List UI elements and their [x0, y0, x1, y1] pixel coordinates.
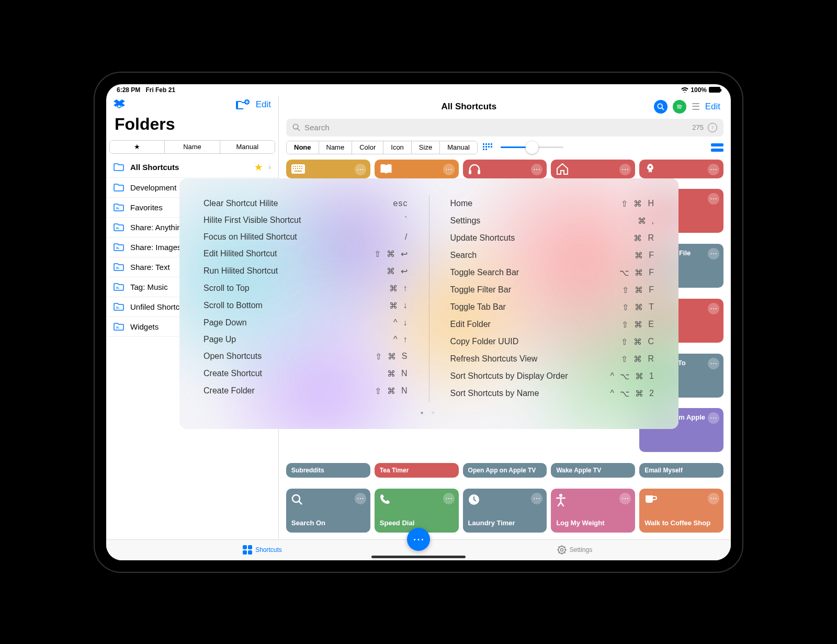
tile-label: Log My Weight	[556, 519, 630, 527]
status-time: 6:28 PM	[117, 86, 140, 94]
fab-button[interactable]: ⋯	[407, 528, 430, 551]
view-toggle-icon[interactable]	[711, 143, 723, 152]
wifi-icon	[681, 87, 688, 93]
grid-icon[interactable]	[483, 143, 493, 152]
tile-more-icon[interactable]: ⋯	[443, 164, 455, 175]
tile-more-icon[interactable]: ⋯	[619, 164, 631, 175]
folder-icon	[114, 183, 124, 191]
cup-icon	[644, 494, 718, 504]
filter-icon[interactable]: Icon	[383, 141, 412, 154]
tile-more-icon[interactable]: ⋯	[708, 303, 719, 314]
kbd-label: Edit Hilited Shortcut	[203, 249, 277, 258]
shortcut-tile[interactable]: ⋯Laundry Timer	[463, 489, 547, 533]
shortcut-tile[interactable]: ⋯	[463, 160, 547, 178]
tile-more-icon[interactable]: ⋯	[355, 493, 366, 504]
kbd-label: Page Down	[203, 318, 247, 327]
main-edit-button[interactable]: Edit	[705, 101, 720, 112]
kbd-shortcut-row: Focus on Hilited Shortcut/	[203, 229, 408, 245]
filter-none[interactable]: None	[287, 141, 319, 154]
shortcut-tile[interactable]: Wake Apple TV	[551, 463, 635, 478]
kbd-shortcut-row: Page Up^↑	[203, 331, 408, 348]
kbd-shortcut-row: Sort Shortcuts by Name^⌥⌘2	[450, 385, 655, 402]
headphones-icon	[468, 163, 481, 175]
sidebar-tab-manual[interactable]: Manual	[220, 141, 275, 153]
sidebar-tab-star[interactable]: ★	[110, 141, 165, 153]
search-button[interactable]	[654, 100, 668, 114]
kbd-shortcut-row: Edit Hilited Shortcut⇧⌘↩	[203, 245, 408, 263]
kbd-keys: ^↑	[393, 335, 408, 344]
shortcut-tile[interactable]: ⋯Speed Dial	[375, 489, 459, 533]
shortcut-tile[interactable]: Email Myself	[639, 463, 723, 478]
tile-more-icon[interactable]: ⋯	[443, 493, 455, 504]
tile-more-icon[interactable]: ⋯	[708, 164, 719, 175]
spotify-button[interactable]	[673, 100, 686, 114]
kbd-shortcut-row: Run Hilited Shortcut⌘↩	[203, 263, 408, 280]
kbd-label: Toggle Search Bar	[450, 268, 519, 277]
kbd-keys: esc	[393, 199, 408, 208]
folder-smart-icon	[114, 223, 124, 231]
battery-percent: 100%	[691, 86, 707, 94]
svg-rect-35	[243, 550, 247, 555]
kbd-keys: ⌘↑	[389, 284, 408, 293]
folder-label: Tag: Music	[130, 283, 168, 291]
svg-rect-10	[491, 146, 492, 148]
folder-label: Widgets	[130, 322, 159, 331]
kbd-keys: ⇧⌘E	[621, 320, 654, 330]
kbd-label: Edit Folder	[450, 320, 491, 329]
nav-settings[interactable]: Settings	[418, 545, 731, 555]
home-indicator[interactable]	[371, 556, 466, 558]
tile-more-icon[interactable]: ⋯	[708, 358, 719, 369]
kbd-keys: /	[405, 232, 408, 242]
kbd-shortcut-row: Refresh Shortcuts View⇧⌘R	[450, 351, 655, 368]
filter-color[interactable]: Color	[352, 141, 383, 154]
shortcut-tile[interactable]: ⋯	[375, 160, 459, 178]
filter-name[interactable]: Name	[319, 141, 353, 154]
kbd-shortcut-row: Create Shortcut⌘N	[203, 365, 408, 382]
kbd-keys: ⇧⌘T	[622, 302, 654, 312]
sidebar-edit-button[interactable]: Edit	[256, 99, 271, 110]
svg-rect-5	[488, 143, 490, 145]
shortcut-tile[interactable]: ⋯Walk to Coffee Shop	[639, 489, 723, 533]
shortcut-tile[interactable]: ⋯Search On	[286, 489, 370, 533]
kbd-keys: `	[404, 216, 408, 225]
sidebar-tab-name[interactable]: Name	[165, 141, 220, 153]
size-slider[interactable]	[501, 146, 563, 148]
kbd-label: Sort Shortcuts by Name	[450, 389, 539, 398]
shortcut-tile[interactable]: Tea Timer	[375, 463, 459, 478]
nav-shortcuts[interactable]: Shortcuts	[106, 545, 418, 555]
app-icon[interactable]	[114, 99, 125, 110]
tile-more-icon[interactable]: ⋯	[619, 493, 631, 504]
folder-all-shortcuts[interactable]: All Shortcuts ★ ›	[106, 157, 278, 178]
svg-rect-27	[469, 170, 471, 174]
new-folder-icon[interactable]	[236, 99, 250, 110]
shortcut-tile[interactable]: ⋯Log My Weight	[551, 489, 635, 533]
kbd-label: Hilite First Visible Shortcut	[203, 216, 301, 225]
scroll-top-icon[interactable]: ↑	[708, 123, 717, 132]
shortcut-tile[interactable]: Open App on Apple TV	[463, 463, 547, 478]
shortcut-tile[interactable]: ⋯	[639, 160, 723, 178]
status-bar: 6:28 PM Fri Feb 21 100%	[106, 84, 731, 96]
folder-icon	[114, 163, 124, 171]
kbd-keys: ⇧⌘N	[375, 386, 408, 396]
search-placeholder: Search	[304, 123, 330, 132]
shortcut-tile[interactable]: ⋯	[551, 160, 635, 178]
filter-size[interactable]: Size	[412, 141, 440, 154]
tile-more-icon[interactable]: ⋯	[708, 193, 719, 205]
menu-icon[interactable]: ☰	[692, 101, 700, 112]
tile-label: Speed Dial	[380, 519, 454, 527]
kbd-shortcut-row: Hilite First Visible Shortcut`	[203, 212, 408, 229]
shortcut-tile[interactable]: ⋯	[286, 160, 370, 178]
tile-more-icon[interactable]: ⋯	[531, 493, 542, 504]
star-icon: ★	[255, 162, 262, 172]
tile-more-icon[interactable]: ⋯	[708, 248, 719, 259]
search-bar[interactable]: Search 275 ↑	[286, 119, 723, 137]
kbd-keys: ⇧⌘↩	[374, 249, 408, 259]
page-dots[interactable]: ● ○	[203, 410, 654, 415]
tile-more-icon[interactable]: ⋯	[355, 164, 366, 175]
shortcut-tile[interactable]: Subreddits	[286, 463, 370, 478]
tile-more-icon[interactable]: ⋯	[708, 412, 719, 424]
tile-more-icon[interactable]: ⋯	[708, 493, 719, 504]
filter-manual[interactable]: Manual	[440, 141, 477, 154]
tile-more-icon[interactable]: ⋯	[531, 164, 542, 175]
shortcut-count: 275	[692, 123, 704, 131]
